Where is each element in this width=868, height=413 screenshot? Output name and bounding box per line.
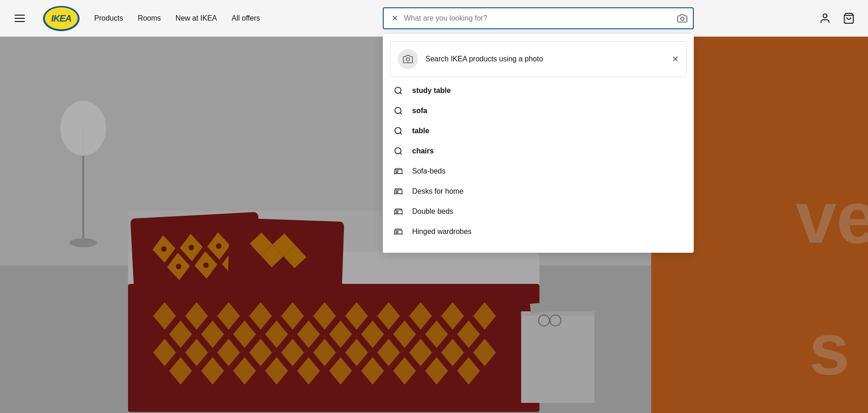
search-input-wrapper: ✕ — [383, 7, 694, 29]
suggestion-text-2: sofa — [412, 107, 427, 115]
photo-search-option[interactable]: Search IKEA products using a photo ✕ — [390, 41, 686, 77]
search-input[interactable] — [404, 14, 674, 22]
suggestion-double-beds[interactable]: Double beds — [383, 201, 694, 222]
svg-point-14 — [823, 14, 827, 18]
suggestion-text-3: table — [412, 127, 429, 135]
svg-rect-13 — [396, 231, 398, 233]
photo-search-close-button[interactable]: ✕ — [672, 54, 679, 64]
svg-point-4 — [395, 128, 401, 134]
svg-point-2 — [395, 87, 401, 93]
suggestion-text-6: Desks for home — [412, 187, 463, 196]
svg-point-1 — [407, 58, 410, 61]
suggestion-text-5: Sofa-beds — [412, 167, 445, 175]
main-nav: Products Rooms New at IKEA All offers — [94, 14, 260, 22]
suggestion-study-table[interactable]: study table — [383, 81, 694, 101]
svg-rect-9 — [396, 191, 398, 192]
suggestion-sofa[interactable]: sofa — [383, 101, 694, 121]
nav-all-offers[interactable]: All offers — [232, 14, 260, 22]
ikea-logo[interactable]: IKEA — [43, 6, 80, 31]
hamburger-menu-button[interactable] — [11, 11, 28, 26]
camera-icon-dropdown — [403, 54, 413, 64]
ikea-logo-text: IKEA — [51, 13, 71, 24]
svg-rect-10 — [395, 210, 402, 214]
suggestions-list: study table sofa — [383, 81, 694, 242]
site-header: IKEA Products Rooms New at IKEA All offe… — [0, 0, 868, 37]
camera-search-button[interactable] — [677, 13, 687, 23]
suggestion-desks-for-home[interactable]: Desks for home — [383, 181, 694, 201]
svg-point-0 — [681, 17, 684, 20]
svg-rect-11 — [396, 211, 398, 212]
category-icon-2 — [394, 187, 403, 196]
svg-point-5 — [395, 148, 401, 154]
photo-search-icon-circle — [398, 49, 418, 69]
user-account-button[interactable] — [817, 10, 833, 27]
svg-rect-8 — [395, 190, 402, 194]
search-icon-4 — [394, 147, 403, 156]
shopping-bag-icon — [843, 12, 855, 24]
suggestion-text-7: Double beds — [412, 207, 453, 216]
svg-rect-12 — [395, 230, 402, 234]
svg-point-3 — [395, 108, 401, 114]
search-clear-button[interactable]: ✕ — [389, 13, 400, 24]
svg-rect-7 — [396, 171, 398, 172]
suggestion-text-4: chairs — [412, 147, 434, 155]
search-icon-1 — [394, 86, 403, 95]
ikea-logo-inner: IKEA — [45, 7, 78, 29]
nav-rooms[interactable]: Rooms — [138, 14, 161, 22]
search-icon-3 — [394, 126, 403, 136]
hamburger-line-2 — [15, 18, 25, 19]
nav-new-at-ikea[interactable]: New at IKEA — [176, 14, 217, 22]
suggestion-hinged-wardrobes[interactable]: Hinged wardrobes — [383, 222, 694, 242]
suggestion-text-8: Hinged wardrobes — [412, 228, 472, 236]
category-icon-4 — [394, 227, 403, 236]
search-icon-2 — [394, 106, 403, 115]
category-icon-1 — [394, 167, 403, 176]
svg-rect-6 — [395, 170, 402, 174]
nav-products[interactable]: Products — [94, 14, 123, 22]
hamburger-line-3 — [15, 21, 25, 22]
photo-search-label: Search IKEA products using a photo — [425, 55, 664, 63]
camera-icon — [677, 13, 687, 23]
suggestion-chairs[interactable]: chairs — [383, 141, 694, 161]
category-icon-3 — [394, 207, 403, 216]
hamburger-line-1 — [15, 15, 25, 16]
user-icon — [819, 12, 831, 24]
suggestion-table[interactable]: table — [383, 121, 694, 141]
shopping-bag-button[interactable] — [841, 10, 857, 27]
search-dropdown: Search IKEA products using a photo ✕ stu… — [383, 34, 694, 253]
header-icons — [817, 10, 857, 27]
suggestion-sofa-beds[interactable]: Sofa-beds — [383, 161, 694, 181]
search-bar-area: ✕ Search IKEA products us — [274, 7, 802, 29]
suggestion-text-1: study table — [412, 87, 450, 95]
